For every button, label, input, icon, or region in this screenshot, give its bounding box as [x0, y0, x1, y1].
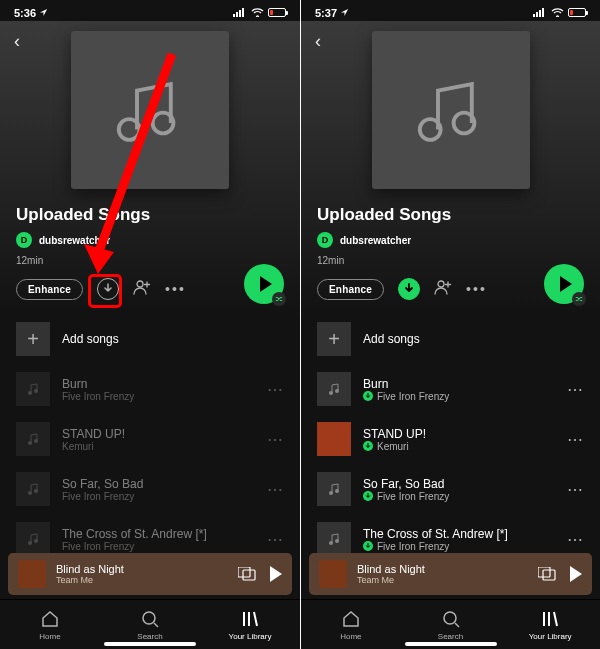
tab-label: Search [137, 632, 162, 641]
location-icon [39, 8, 48, 17]
svg-point-6 [137, 281, 143, 287]
track-title: STAND UP! [62, 427, 255, 441]
shuffle-toggle[interactable] [272, 292, 286, 306]
downloaded-icon [363, 391, 373, 401]
tab-home[interactable]: Home [301, 600, 401, 649]
svg-point-35 [329, 541, 333, 545]
download-icon [403, 283, 415, 295]
plus-icon: + [317, 322, 351, 356]
now-playing-bar[interactable]: Blind as Night Team Me [309, 553, 592, 595]
now-playing-play-button[interactable] [570, 566, 582, 582]
add-songs-label: Add songs [62, 332, 284, 346]
tab-label: Home [39, 632, 60, 641]
track-row[interactable]: The Cross of St. Andrew [*] Five Iron Fr… [0, 514, 300, 553]
enhance-button[interactable]: Enhance [16, 279, 83, 300]
track-more-button[interactable]: ⋯ [267, 380, 284, 399]
track-more-button[interactable]: ⋯ [567, 530, 584, 549]
back-button[interactable]: ‹ [14, 31, 20, 52]
track-row[interactable]: So Far, So Bad Five Iron Frenzy ⋯ [0, 464, 300, 514]
now-playing-bar[interactable]: Blind as Night Team Me [8, 553, 292, 595]
track-more-button[interactable]: ⋯ [567, 430, 584, 449]
now-playing-play-button[interactable] [270, 566, 282, 582]
track-art [16, 372, 50, 406]
track-row[interactable]: So Far, So Bad Five Iron Frenzy ⋯ [301, 464, 600, 514]
svg-line-40 [455, 623, 459, 627]
downloaded-icon [363, 491, 373, 501]
playlist-title: Uploaded Songs [16, 205, 284, 225]
svg-point-33 [329, 491, 333, 495]
track-row[interactable]: STAND UP! Kemuri ⋯ [0, 414, 300, 464]
svg-point-16 [34, 539, 38, 543]
track-artist: Five Iron Frenzy [62, 541, 255, 552]
svg-point-19 [143, 612, 155, 624]
svg-point-32 [335, 389, 339, 393]
signal-icon [533, 8, 547, 17]
track-title: STAND UP! [363, 427, 555, 441]
signal-icon [233, 8, 247, 17]
owner-row[interactable]: D dubsrewatcher [317, 232, 584, 248]
svg-point-31 [329, 391, 333, 395]
playlist-cover [71, 31, 229, 189]
home-indicator[interactable] [104, 642, 196, 646]
svg-line-23 [254, 612, 257, 626]
svg-point-36 [335, 539, 339, 543]
cast-icon[interactable] [538, 567, 556, 581]
track-row[interactable]: The Cross of St. Andrew [*] Five Iron Fr… [301, 514, 600, 553]
track-list: + Add songs Burn Five Iron Frenzy ⋯ STAN… [301, 314, 600, 553]
track-row[interactable]: Burn Five Iron Frenzy ⋯ [301, 364, 600, 414]
owner-name: dubsrewatcher [39, 235, 110, 246]
playlist-header: ‹ Uploaded Songs D dubsrewatcher 12min E… [0, 21, 300, 314]
playlist-cover [372, 31, 530, 189]
music-note-icon [111, 71, 189, 149]
svg-rect-27 [542, 8, 544, 17]
svg-point-15 [28, 541, 32, 545]
track-more-button[interactable]: ⋯ [267, 530, 284, 549]
wifi-icon [551, 8, 564, 17]
svg-rect-0 [233, 14, 235, 17]
svg-point-11 [28, 441, 32, 445]
track-title: So Far, So Bad [62, 477, 255, 491]
now-playing-title: Blind as Night [56, 563, 228, 575]
tab-library[interactable]: Your Library [500, 600, 600, 649]
track-title: The Cross of St. Andrew [*] [363, 527, 555, 541]
svg-rect-2 [239, 10, 241, 17]
home-indicator[interactable] [405, 642, 497, 646]
track-row[interactable]: STAND UP! Kemuri ⋯ [301, 414, 600, 464]
now-playing-art [319, 560, 347, 588]
downloaded-icon [363, 441, 373, 451]
cast-icon[interactable] [238, 567, 256, 581]
track-title: Burn [62, 377, 255, 391]
owner-row[interactable]: D dubsrewatcher [16, 232, 284, 248]
back-button[interactable]: ‹ [315, 31, 321, 52]
tab-library[interactable]: Your Library [200, 600, 300, 649]
svg-rect-24 [533, 14, 535, 17]
home-icon [341, 609, 361, 629]
add-songs-row[interactable]: + Add songs [0, 314, 300, 364]
add-user-icon [133, 279, 151, 295]
track-artist: Kemuri [62, 441, 255, 452]
track-more-button[interactable]: ⋯ [567, 480, 584, 499]
add-user-button[interactable] [434, 279, 452, 299]
download-button[interactable] [398, 278, 420, 300]
enhance-button[interactable]: Enhance [317, 279, 384, 300]
shuffle-toggle[interactable] [572, 292, 586, 306]
tab-home[interactable]: Home [0, 600, 100, 649]
svg-line-20 [154, 623, 158, 627]
add-songs-row[interactable]: + Add songs [301, 314, 600, 364]
status-bar: 5:37 [301, 0, 600, 21]
track-more-button[interactable]: ⋯ [567, 380, 584, 399]
track-more-button[interactable]: ⋯ [267, 430, 284, 449]
add-user-button[interactable] [133, 279, 151, 299]
track-more-button[interactable]: ⋯ [267, 480, 284, 499]
more-options-button[interactable]: ••• [165, 281, 186, 297]
track-row[interactable]: Burn Five Iron Frenzy ⋯ [0, 364, 300, 414]
more-options-button[interactable]: ••• [466, 281, 487, 297]
svg-point-10 [34, 389, 38, 393]
owner-avatar: D [16, 232, 32, 248]
track-artist: Five Iron Frenzy [377, 541, 449, 552]
track-art [16, 422, 50, 456]
now-playing-artist: Team Me [357, 575, 528, 585]
owner-avatar: D [317, 232, 333, 248]
track-artist: Five Iron Frenzy [62, 491, 255, 502]
screenshot-right: 5:37 ‹ Uploaded Songs D dubsrewatcher 12… [300, 0, 600, 649]
